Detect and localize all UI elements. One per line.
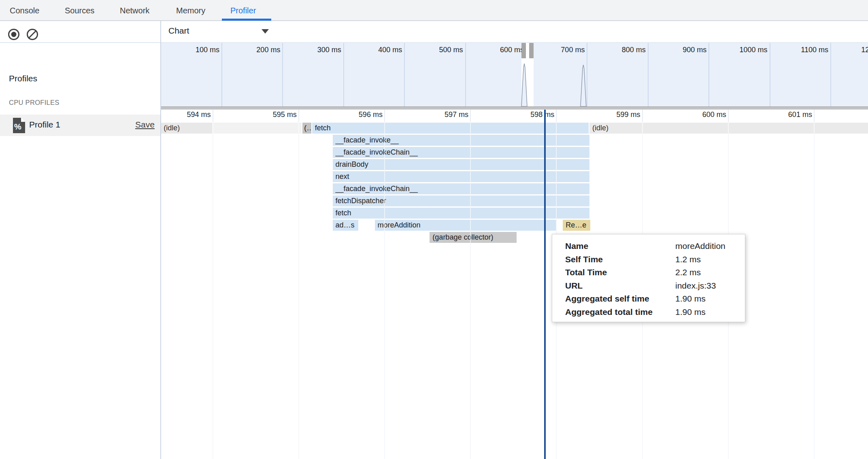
tooltip-value: moreAddition xyxy=(675,240,725,253)
flame-frame-fetch[interactable]: fetch xyxy=(312,123,589,134)
selection-handle-right[interactable] xyxy=(529,43,534,58)
tooltip-label: Aggregated self time xyxy=(565,292,649,306)
flame-gridline-overlay xyxy=(298,122,299,459)
svg-text:%: % xyxy=(14,122,21,131)
flame-chart[interactable]: 594 ms595 ms596 ms597 ms598 ms599 ms600 … xyxy=(161,110,868,459)
tooltip-row: Self Time1.2 ms xyxy=(552,253,745,266)
flame-frame-garbage-collector[interactable]: (garbage collector) xyxy=(430,232,516,243)
tab-sources[interactable]: Sources xyxy=(65,0,94,20)
profile-item[interactable]: % Profile 1 Save xyxy=(0,115,160,136)
tooltip-label: Aggregated total time xyxy=(565,306,653,319)
tooltip-row: Aggregated total time1.90 ms xyxy=(552,306,745,319)
tooltip-label: Self Time xyxy=(565,253,603,266)
tab-memory[interactable]: Memory xyxy=(176,0,205,20)
flame-frame-ad-s[interactable]: ad…s xyxy=(333,220,359,231)
view-mode-dropdown[interactable]: Chart xyxy=(168,25,269,38)
flame-frame-fetchdispatcher[interactable]: fetchDispatcher xyxy=(333,196,589,206)
flame-ruler-label: 595 ms xyxy=(252,110,297,119)
flame-frame-next[interactable]: next xyxy=(333,171,589,182)
flame-frame-facade-invokechain[interactable]: __facade_invokeChain__ xyxy=(333,183,589,194)
dropdown-caret-icon xyxy=(262,29,269,34)
sidebar: Profiles CPU PROFILES % Profile 1 Save xyxy=(0,21,161,459)
tooltip-label: Name xyxy=(565,240,588,253)
tooltip-value: 1.2 ms xyxy=(675,253,701,266)
record-button[interactable] xyxy=(6,27,21,42)
flame-ruler-label: 597 ms xyxy=(424,110,468,119)
cpu-activity-spike xyxy=(581,65,586,106)
flame-frame-idle[interactable]: (idle) xyxy=(161,123,302,134)
tooltip-label: URL xyxy=(565,279,583,293)
tooltip-value: 1.90 ms xyxy=(675,292,706,306)
tab-console[interactable]: Console xyxy=(10,0,39,20)
flame-gridline-overlay xyxy=(213,122,213,459)
frame-tooltip: NamemoreAdditionSelf Time1.2 msTotal Tim… xyxy=(552,234,745,322)
clear-button[interactable] xyxy=(25,27,40,42)
selection-handle-left[interactable] xyxy=(521,43,526,58)
devtools-tabbar: ConsoleSourcesNetworkMemoryProfiler xyxy=(0,0,868,21)
flame-frame-fetch[interactable]: fetch xyxy=(333,208,589,219)
tab-network[interactable]: Network xyxy=(120,0,149,20)
overview-divider xyxy=(161,106,868,110)
flame-ruler-label: 594 ms xyxy=(166,110,211,119)
tooltip-row: Total Time2.2 ms xyxy=(552,266,745,279)
profiles-heading: Profiles xyxy=(9,74,37,83)
flame-gridline-overlay xyxy=(384,122,385,459)
flame-ruler-label: 601 ms xyxy=(768,110,812,119)
timeline-cursor-line xyxy=(544,110,546,459)
flame-ruler-label: 598 ms xyxy=(510,110,554,119)
profiler-toolbar xyxy=(0,21,160,43)
tooltip-label: Total Time xyxy=(565,266,607,279)
clear-icon xyxy=(25,27,40,42)
tooltip-value: index.js:33 xyxy=(675,279,716,293)
flame-frame-facade-invokechain[interactable]: __facade_invokeChain__ xyxy=(333,147,589,158)
tooltip-value: 2.2 ms xyxy=(675,266,701,279)
flame-frame-drainbody[interactable]: drainBody xyxy=(333,159,589,170)
tooltip-value: 1.90 ms xyxy=(675,306,706,319)
flame-ruler-label: 599 ms xyxy=(596,110,640,119)
view-mode-value: Chart xyxy=(168,26,189,36)
save-profile-link[interactable]: Save xyxy=(135,120,155,130)
cpu-activity-spikes xyxy=(161,43,868,106)
flame-frame-idle[interactable]: (idle) xyxy=(589,123,868,134)
profile-name: Profile 1 xyxy=(29,120,60,130)
flame-frame-facade-invoke[interactable]: __facade_invoke__ xyxy=(333,135,589,146)
timeline-overview[interactable]: 100 ms200 ms300 ms400 ms500 ms600 ms700 … xyxy=(161,43,868,106)
flame-frame-[interactable]: (… xyxy=(302,123,311,134)
flame-ruler-label: 596 ms xyxy=(338,110,383,119)
profile-document-icon: % xyxy=(12,118,25,133)
cpu-profiles-section-label: CPU PROFILES xyxy=(9,99,60,106)
cpu-activity-spike xyxy=(521,64,527,106)
tooltip-row: Aggregated self time1.90 ms xyxy=(552,292,745,306)
view-toolbar: Chart xyxy=(161,21,868,43)
tooltip-row: URLindex.js:33 xyxy=(552,279,745,293)
tab-profiler[interactable]: Profiler xyxy=(230,0,256,20)
profiler-main-panel: Chart 100 ms200 ms300 ms400 ms500 ms600 … xyxy=(161,21,868,459)
devtools-window: ConsoleSourcesNetworkMemoryProfiler Prof… xyxy=(0,0,868,459)
flame-frame-re-e[interactable]: Re…e xyxy=(563,220,590,231)
flame-gridline-overlay xyxy=(814,122,815,459)
tooltip-row: NamemoreAddition xyxy=(552,240,745,253)
flame-ruler-label: 600 ms xyxy=(682,110,726,119)
flame-frame-moreaddition[interactable]: moreAddition xyxy=(375,220,557,231)
flame-gridline-overlay xyxy=(470,122,471,459)
record-icon xyxy=(6,27,21,42)
